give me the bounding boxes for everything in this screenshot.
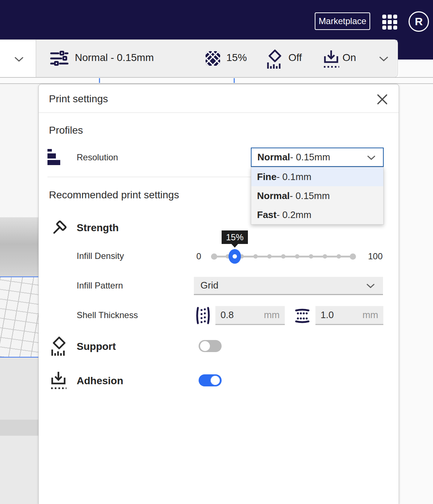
print-settings-summary-button[interactable]: Normal - 0.15mm 15% Off xyxy=(36,40,397,77)
cura-app-window: Marketplace R xyxy=(0,0,433,504)
slider-value-tooltip: 15% xyxy=(222,230,248,244)
infill-density-slider[interactable] xyxy=(214,250,353,263)
slider-dot xyxy=(309,254,313,259)
stage-adhesion-value: On xyxy=(342,52,356,64)
option-name: Normal xyxy=(257,190,290,202)
resolution-selected-detail: - 0.15mm xyxy=(290,152,330,163)
toggle-knob xyxy=(210,375,220,385)
slider-dot xyxy=(253,254,258,259)
stage-connector-strip xyxy=(0,77,433,84)
slider-dot xyxy=(337,254,341,259)
support-icon xyxy=(50,336,68,356)
top-bottom-thickness-input[interactable] xyxy=(315,309,358,321)
viewport-lower-area xyxy=(0,358,38,420)
infill-pattern-dropdown[interactable]: Grid xyxy=(194,277,383,295)
stage-menu-bar: Normal - 0.15mm 15% Off xyxy=(0,39,398,77)
stage-support-value: Off xyxy=(288,52,302,64)
resolution-selected-name: Normal xyxy=(257,152,290,163)
adhesion-label: Adhesion xyxy=(77,375,123,387)
viewport-right-area xyxy=(399,59,433,504)
settings-sliders-icon xyxy=(50,49,69,68)
resolution-option-fine[interactable]: Fine - 0.1mm xyxy=(251,167,383,186)
viewport-model-preview xyxy=(0,217,38,276)
option-name: Fast xyxy=(257,209,276,221)
chevron-down-icon xyxy=(14,56,24,62)
close-icon xyxy=(376,93,388,106)
wall-thickness-input[interactable] xyxy=(215,309,258,321)
slider-max-label: 100 xyxy=(368,251,383,261)
connector-tick xyxy=(234,78,235,83)
adhesion-icon xyxy=(323,50,339,69)
slider-dot xyxy=(350,253,356,260)
wall-thickness-icon xyxy=(195,306,211,325)
wall-thickness-input-wrap: mm xyxy=(215,306,285,325)
stage-profile-label: Normal - 0.15mm xyxy=(75,52,154,64)
top-bottom-thickness-icon xyxy=(294,308,310,324)
close-button[interactable] xyxy=(375,92,390,107)
chevron-down-icon xyxy=(367,155,376,160)
resolution-layers-icon xyxy=(47,149,61,165)
infill-pattern-label: Infill Pattern xyxy=(77,280,123,291)
resolution-option-fast[interactable]: Fast - 0.2mm xyxy=(251,205,383,224)
viewport-background xyxy=(0,84,38,221)
infill-icon xyxy=(206,51,220,66)
top-bottom-thickness-unit: mm xyxy=(363,309,378,321)
adhesion-icon xyxy=(50,371,66,390)
slider-min-label: 0 xyxy=(192,251,201,261)
viewport-bottom-area xyxy=(0,436,38,504)
option-detail: - 0.2mm xyxy=(276,209,311,221)
recommended-heading: Recommended print settings xyxy=(49,189,179,201)
profiles-heading: Profiles xyxy=(49,125,83,136)
slider-dot xyxy=(267,254,272,259)
apps-grid-icon[interactable] xyxy=(382,14,398,30)
toggle-knob xyxy=(200,341,210,351)
wall-thickness-unit: mm xyxy=(264,309,280,321)
top-header-corner xyxy=(397,40,433,60)
print-settings-dialog: Print settings Profiles Resolution Norma… xyxy=(38,84,399,504)
shell-thickness-label: Shell Thickness xyxy=(77,310,138,320)
dialog-title: Print settings xyxy=(49,93,108,105)
resolution-option-normal[interactable]: Normal - 0.15mm xyxy=(251,186,383,205)
strength-hammer-icon xyxy=(50,220,68,238)
build-plate-grid xyxy=(0,276,38,358)
infill-pattern-value: Grid xyxy=(200,280,218,291)
slider-dot xyxy=(281,254,286,259)
top-bottom-thickness-input-wrap: mm xyxy=(315,306,383,325)
viewport-plate-edge xyxy=(0,420,38,436)
support-icon xyxy=(266,49,283,69)
printer-selector[interactable] xyxy=(0,40,36,77)
adhesion-toggle[interactable] xyxy=(199,374,222,386)
slider-dot xyxy=(295,254,299,259)
tooltip-arrow xyxy=(231,244,238,248)
connector-tick xyxy=(99,78,100,83)
infill-density-label: Infill Density xyxy=(77,251,124,261)
user-avatar[interactable]: R xyxy=(409,11,429,32)
title-divider xyxy=(39,112,399,113)
slider-dot xyxy=(323,254,327,259)
support-label: Support xyxy=(77,341,116,352)
chevron-down-icon xyxy=(379,56,388,62)
option-detail: - 0.1mm xyxy=(276,171,311,183)
slider-dot xyxy=(211,253,217,260)
slider-thumb[interactable] xyxy=(229,249,241,264)
chevron-down-icon xyxy=(366,283,375,289)
option-name: Fine xyxy=(257,171,276,183)
option-detail: - 0.15mm xyxy=(290,190,330,202)
strength-label: Strength xyxy=(77,222,119,234)
resolution-options-list: Fine - 0.1mm Normal - 0.15mm Fast - 0.2m… xyxy=(251,167,384,225)
support-toggle[interactable] xyxy=(199,340,222,352)
resolution-label: Resolution xyxy=(77,152,118,163)
stage-infill-value: 15% xyxy=(226,52,247,64)
resolution-dropdown[interactable]: Normal - 0.15mm xyxy=(251,148,384,167)
marketplace-button[interactable]: Marketplace xyxy=(315,12,370,30)
